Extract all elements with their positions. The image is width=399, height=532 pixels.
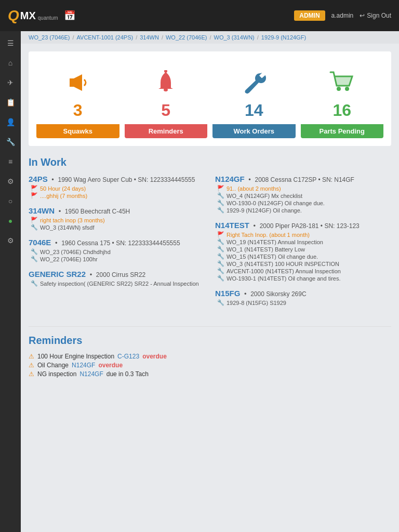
squawks-label: Squawks — [36, 124, 119, 138]
admin-badge[interactable]: ADMIN — [294, 10, 325, 21]
main-layout: ☰ ⌂ ✈ 📋 👤 🔧 ≡ ⚙ ○ ● ⚙ WO_23 (7046E) / AV… — [0, 31, 399, 532]
parts-number: 16 — [332, 101, 351, 120]
aircraft-info-7046E: 1960 Cessna 175 • SN: 122333344455555 — [61, 240, 180, 247]
wo-item[interactable]: 🔧 WO_4 (N124GF) Mx checklist — [217, 192, 391, 199]
sidebar-item-clipboard[interactable]: 📋 — [0, 93, 21, 112]
sidebar-item-list[interactable]: ≡ — [0, 152, 21, 171]
aircraft-id-N14TEST[interactable]: N14TEST — [215, 221, 249, 230]
squawk-item[interactable]: 🚩 91.. (about 2 months) — [217, 185, 391, 192]
calendar-icon[interactable]: 📅 — [64, 10, 75, 21]
squawk-item[interactable]: 🚩 right tach inop (3 months) — [31, 217, 205, 223]
workorders-label: Work Orders — [212, 124, 296, 138]
reminders-title: Reminders — [29, 335, 391, 347]
aircraft-314WN: 314WN • 1950 Beechcraft C-45H 🚩 right ta… — [29, 206, 205, 231]
wo-item[interactable]: 🔧 1929-9 (N124GF) Oil change. — [217, 207, 391, 214]
breadcrumb-item-6[interactable]: 1929-9 (N124GF) — [261, 34, 306, 41]
aircraft-info-N15FG: 2000 Sikorsky 269C — [250, 290, 306, 298]
squawk-item[interactable]: 🚩 50 Hour (24 days) — [31, 185, 205, 192]
aircraft-N15FG: N15FG • 2000 Sikorsky 269C 🔧 1929-8 (N15… — [215, 289, 391, 306]
squawk-flag-icon: 🚩 — [31, 217, 38, 223]
aircraft-id-314WN[interactable]: 314WN — [29, 206, 55, 215]
wo-item[interactable]: 🔧 WO_1 (N14TEST) Battery Low — [217, 246, 391, 252]
aircraft-id-N15FG[interactable]: N15FG — [215, 289, 240, 298]
wo-wrench-icon: 🔧 — [217, 200, 224, 206]
wo-item[interactable]: 🔧 WO_19 (N14TEST) Annual Inspection — [217, 238, 391, 245]
sidebar-item-home[interactable]: ⌂ — [0, 54, 21, 72]
aircraft-id-7046E[interactable]: 7046E — [29, 238, 51, 247]
sidebar-item-people[interactable]: 👤 — [0, 113, 21, 131]
sidebar-item-gear[interactable]: ⚙ — [0, 172, 21, 191]
sidebar-item-wrench[interactable]: 🔧 — [0, 132, 21, 151]
wo-item[interactable]: 🔧 WO_15 (N14TEST) Oil change due. — [217, 253, 391, 260]
reminder-overdue-1: overdue — [142, 353, 167, 360]
squawk-item[interactable]: 🚩 Right Tach Inop. (about 1 month) — [217, 231, 391, 238]
sidebar-item-circle[interactable]: ○ — [0, 192, 21, 210]
reminder-overdue-2: overdue — [98, 362, 123, 369]
signout-button[interactable]: ↩ Sign Out — [360, 12, 391, 19]
reminder-item-3[interactable]: ⚠ NG inspection N124GF due in 0.3 Tach — [29, 370, 391, 378]
wo-wrench-icon: 🔧 — [31, 224, 38, 231]
breadcrumb-item-3[interactable]: 314WN — [140, 34, 159, 41]
aircraft-info-24PS: 1990 Wag Aero Super Cub • SN: 1223334445… — [58, 176, 195, 183]
top-header: Q MX quantum 📅 ADMIN a.admin ↩ Sign Out — [0, 0, 399, 31]
breadcrumb-item-4[interactable]: WO_22 (7046E) — [166, 34, 207, 41]
stat-card-parts[interactable]: 16 Parts Pending — [301, 59, 384, 138]
reminder-item-1[interactable]: ⚠ 100 Hour Engine Inspection C-G123 over… — [29, 353, 391, 360]
in-work-grid: 24PS • 1990 Wag Aero Super Cub • SN: 122… — [29, 175, 391, 313]
wo-item[interactable]: 🔧 WO_22 (7046E) 100hr — [31, 256, 205, 262]
sidebar-item-planes[interactable]: ✈ — [0, 73, 21, 92]
wo-wrench-icon: 🔧 — [31, 256, 38, 262]
aircraft-items-314WN: 🚩 right tach inop (3 months) 🔧 WO_3 (314… — [29, 217, 205, 231]
wo-wrench-icon: 🔧 — [31, 280, 38, 287]
workorders-icon-area — [242, 59, 267, 101]
in-work-section: In Work 24PS • 1990 Wag Aero Super Cub •… — [29, 156, 391, 313]
wo-wrench-icon: 🔧 — [217, 207, 224, 214]
sidebar-item-green-dot[interactable]: ● — [0, 211, 21, 230]
aircraft-id-generic-sr22[interactable]: GENERIC SR22 — [29, 270, 86, 278]
wo-item[interactable]: 🔧 WO-1930-1 (N14TEST) Oil change and tir… — [217, 275, 391, 282]
reminder-item-2[interactable]: ⚠ Oil Change N124GF overdue — [29, 362, 391, 369]
wo-wrench-icon: 🔧 — [217, 253, 224, 260]
wo-item[interactable]: 🔧 1929-8 (N15FG) S1929 — [217, 299, 391, 306]
reminder-link-3[interactable]: N124GF — [79, 370, 103, 378]
bell-icon — [154, 70, 177, 95]
wo-item[interactable]: 🔧 Safety inspection( (GENERIC SR22) SR22… — [31, 280, 205, 287]
sidebar-item-menu[interactable]: ☰ — [0, 34, 21, 52]
reminder-text-1: 100 Hour Engine Inspection — [37, 353, 114, 360]
section-divider — [29, 326, 391, 327]
wo-item[interactable]: 🔧 WO_3 (314WN) sfsdf — [31, 224, 205, 231]
wo-item[interactable]: 🔧 AVCENT-1000 (N14TEST) Annual Inspectio… — [217, 268, 391, 274]
squawk-flag-icon: 🚩 — [217, 185, 224, 192]
aircraft-info-314WN: 1950 Beechcraft C-45H — [65, 208, 130, 215]
in-work-right-col: N124GF • 2008 Cessna C172SP • SN: N14GF … — [215, 175, 391, 313]
warning-icon-1: ⚠ — [29, 353, 34, 360]
stat-card-reminders[interactable]: 5 Reminders — [125, 59, 208, 138]
svg-rect-1 — [70, 79, 74, 86]
wo-item[interactable]: 🔧 WO_3 (N14TEST) 100 HOUR INSPECTION — [217, 260, 391, 267]
reminder-link-1[interactable]: C-G123 — [117, 353, 139, 360]
aircraft-id-24PS[interactable]: 24PS — [29, 175, 48, 183]
breadcrumb-item-2[interactable]: AVCENT-1001 (24PS) — [77, 34, 134, 41]
stat-card-squawks[interactable]: 3 Squawks — [36, 59, 119, 138]
squawk-item[interactable]: 🚩 ....ghhij (7 months) — [31, 192, 205, 199]
reminder-link-2[interactable]: N124GF — [72, 362, 95, 369]
in-work-title: In Work — [29, 156, 391, 168]
aircraft-id-N124GF[interactable]: N124GF — [215, 175, 245, 183]
logo-area: Q MX quantum 📅 — [8, 7, 75, 24]
wo-item[interactable]: 🔧 WO_23 (7046E) Chdhdhjhd — [31, 248, 205, 255]
wo-item[interactable]: 🔧 WO-1930-0 (N124GF) Oil change due. — [217, 200, 391, 206]
breadcrumb-item-1[interactable]: WO_23 (7046E) — [29, 34, 70, 41]
aircraft-items-7046E: 🔧 WO_23 (7046E) Chdhdhjhd 🔧 WO_22 (7046E… — [29, 248, 205, 262]
breadcrumb-item-5[interactable]: WO_3 (314WN) — [214, 34, 255, 41]
username-label: a.admin — [331, 12, 354, 19]
parts-icon-area — [329, 59, 354, 101]
aircraft-N14TEST: N14TEST • 2000 Piper PA28-181 • SN: 123-… — [215, 221, 391, 282]
aircraft-GENERIC-SR22: GENERIC SR22 • 2000 Cirrus SR22 🔧 Safety… — [29, 270, 205, 287]
wo-wrench-icon: 🔧 — [217, 275, 224, 282]
sidebar-item-settings[interactable]: ⚙ — [0, 231, 21, 250]
wo-wrench-icon: 🔧 — [217, 299, 224, 306]
cart-icon — [329, 71, 354, 94]
reminders-label: Reminders — [125, 124, 208, 138]
reminder-text-2: Oil Change — [37, 362, 69, 369]
stat-card-workorders[interactable]: 14 Work Orders — [212, 59, 296, 138]
